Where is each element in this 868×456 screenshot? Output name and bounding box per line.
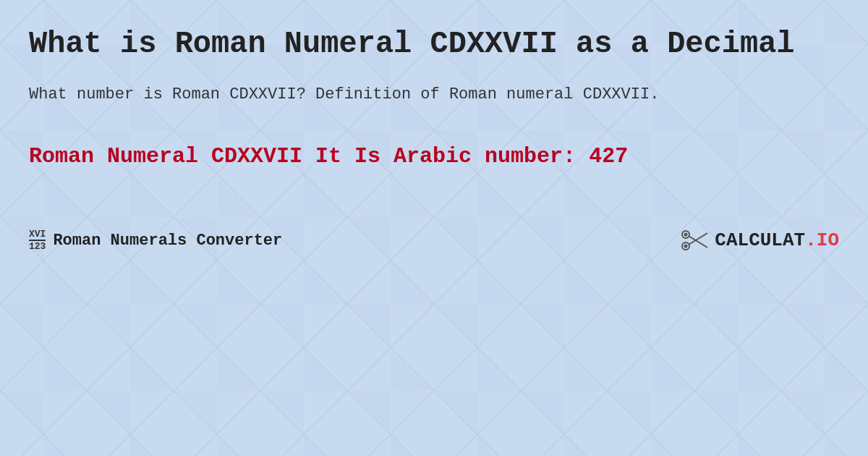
svg-line-7 [689, 233, 707, 245]
main-content: What is Roman Numeral CDXXVII as a Decim… [0, 0, 868, 274]
icon-top: XVI [29, 229, 46, 239]
calculat-logo-text: CALCULAT.IO [715, 229, 839, 251]
svg-line-6 [689, 236, 707, 248]
footer-left: XVI 123 Roman Numerals Converter [29, 229, 282, 251]
result-display: Roman Numeral CDXXVII It Is Arabic numbe… [29, 143, 839, 171]
page-title: What is Roman Numeral CDXXVII as a Decim… [29, 26, 839, 62]
footer-right: CALCULAT.IO [680, 229, 839, 252]
page-subtitle: What number is Roman CDXXVII? Definition… [29, 83, 839, 106]
calculat-main: CALCULAT [715, 229, 805, 251]
icon-bottom: 123 [29, 240, 46, 251]
roman-numeral-icon: XVI 123 [29, 229, 46, 251]
calculat-logo-icon [680, 229, 709, 252]
svg-point-9 [684, 245, 688, 248]
calculat-io: .IO [805, 229, 839, 251]
brand-label: Roman Numerals Converter [53, 232, 282, 250]
svg-point-8 [684, 233, 688, 237]
page-footer: XVI 123 Roman Numerals Converter CALCULA… [29, 229, 839, 252]
